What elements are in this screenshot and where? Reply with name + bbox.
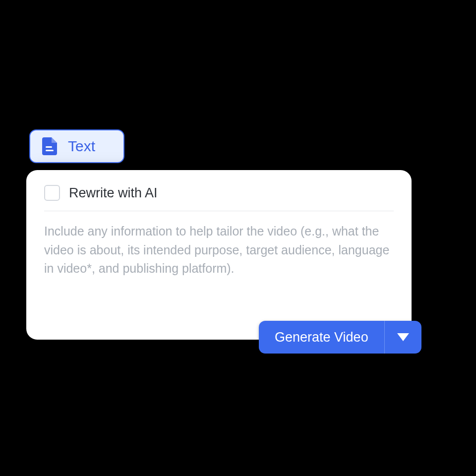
generate-video-button-group: Generate Video — [259, 321, 421, 354]
svg-rect-0 — [46, 146, 52, 148]
rewrite-with-ai-checkbox[interactable] — [44, 185, 60, 201]
generate-video-dropdown[interactable] — [385, 321, 421, 354]
divider — [44, 211, 394, 211]
tab-text-label: Text — [68, 138, 95, 155]
tab-text[interactable]: Text — [29, 129, 124, 163]
rewrite-with-ai-label: Rewrite with AI — [69, 185, 158, 201]
text-input-card: Rewrite with AI Include any information … — [26, 170, 412, 340]
generate-video-button[interactable]: Generate Video — [259, 321, 384, 354]
video-brief-textarea[interactable]: Include any information to help tailor t… — [44, 222, 393, 278]
caret-down-icon — [397, 333, 409, 341]
rewrite-with-ai-row: Rewrite with AI — [44, 185, 394, 201]
svg-rect-1 — [46, 150, 54, 151]
document-icon — [41, 138, 58, 155]
